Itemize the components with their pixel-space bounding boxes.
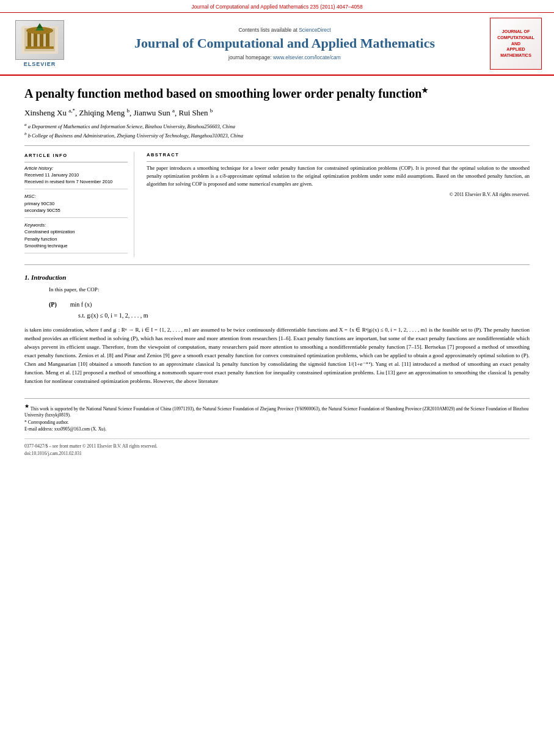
intro-para2: is taken into consideration, where f and… [24, 326, 530, 386]
msc-secondary: secondary 90C55 [24, 207, 128, 214]
msc-primary: primary 90C30 [24, 200, 128, 207]
bottom-bar: 0377-0427/$ – see front matter © 2011 El… [24, 438, 530, 457]
footnote-star: ★ This work is supported by the National… [24, 402, 530, 419]
keywords-label: Keywords: [24, 222, 128, 228]
affiliation-a: a a Department of Mathematics and Inform… [24, 122, 530, 131]
abstract-label: ABSTRACT [147, 152, 530, 158]
history-label: Article history: [24, 165, 128, 172]
top-journal-bar: Journal of Computational and Applied Mat… [0, 0, 554, 13]
affiliations: a a Department of Mathematics and Inform… [24, 122, 530, 139]
journal-homepage: journal homepage: www.elsevier.com/locat… [79, 54, 490, 60]
article-title: A penalty function method based on smoot… [24, 85, 530, 101]
math-block: (P) min f (x) s.t. gᵢ(x) ≤ 0, i = 1, 2, … [49, 299, 530, 321]
top-journal-text: Journal of Computational and Applied Mat… [191, 4, 362, 10]
problem-label: (P) [49, 299, 57, 310]
keyword-3: Smoothing technique [24, 242, 128, 249]
problem-line: (P) min f (x) [49, 299, 530, 310]
journal-center: Contents lists available at ScienceDirec… [79, 27, 490, 60]
issn-line: 0377-0427/$ – see front matter © 2011 El… [24, 443, 530, 450]
contents-line: Contents lists available at ScienceDirec… [79, 27, 490, 33]
constraint-line: s.t. gᵢ(x) ≤ 0, i = 1, 2, . . . , m [78, 310, 530, 321]
header-divider [24, 145, 530, 146]
affiliation-b: b b College of Business and Administrati… [24, 131, 530, 140]
abstract-divider [147, 161, 530, 162]
journal-header: ELSEVIER Contents lists available at Sci… [0, 13, 554, 76]
elsevier-logo-image [15, 20, 64, 60]
msc-section: MSC: primary 90C30 secondary 90C55 [24, 193, 128, 218]
journal-title: Journal of Computational and Applied Mat… [79, 35, 490, 51]
article-info: ARTICLE INFO Article history: Received 1… [24, 152, 134, 257]
abstract-section: ABSTRACT The paper introduces a smoothin… [147, 152, 530, 257]
article-info-label: ARTICLE INFO [24, 152, 128, 159]
authors-line: Xinsheng Xu a,*, Zhiqing Meng b, Jianwu … [24, 107, 530, 118]
keyword-2: Penalty function [24, 236, 128, 242]
info-divider1 [24, 162, 128, 162]
doi-line: doi:10.1016/j.cam.2011.02.031 [24, 450, 530, 457]
journal-right-logo: JOURNAL OF COMPUTATIONAL AND APPLIED MAT… [490, 18, 542, 70]
problem-min: min f (x) [70, 299, 92, 310]
copyright: © 2011 Elsevier B.V. All rights reserved… [147, 192, 530, 197]
intro-para1: In this paper, the COP: [49, 286, 530, 294]
footnote-corresponding: * Corresponding author. [24, 419, 530, 426]
svg-rect-7 [26, 46, 54, 49]
received-revised-date: Received in revised form 7 November 2010 [24, 178, 128, 185]
keyword-1: Constrained optimization [24, 228, 128, 235]
elsevier-text: ELSEVIER [24, 61, 56, 67]
content-divider [24, 264, 530, 265]
abstract-text: The paper introduces a smoothing techniq… [147, 164, 530, 187]
sciencedirect-link[interactable]: ScienceDirect [299, 27, 330, 33]
elsevier-logo: ELSEVIER [12, 20, 67, 67]
keywords-section: Keywords: Constrained optimization Penal… [24, 222, 128, 253]
homepage-link[interactable]: www.elsevier.com/locate/cam [273, 54, 341, 60]
svg-marker-9 [37, 23, 43, 28]
footnote-email: E-mail address: xxs0905@163.com (X. Xu). [24, 426, 530, 432]
history-section: Article history: Received 11 January 201… [24, 165, 128, 190]
main-content: A penalty function method based on smoot… [0, 76, 554, 470]
title-star: ★ [421, 86, 428, 95]
problem-st: s.t. gᵢ(x) ≤ 0, i = 1, 2, . . . , m [78, 310, 148, 321]
introduction-heading: 1. Introduction [24, 274, 530, 281]
footnotes-section: ★ This work is supported by the National… [24, 398, 530, 433]
info-abstract-row: ARTICLE INFO Article history: Received 1… [24, 152, 530, 257]
received-date: Received 11 January 2010 [24, 172, 128, 178]
msc-label: MSC: [24, 193, 128, 200]
